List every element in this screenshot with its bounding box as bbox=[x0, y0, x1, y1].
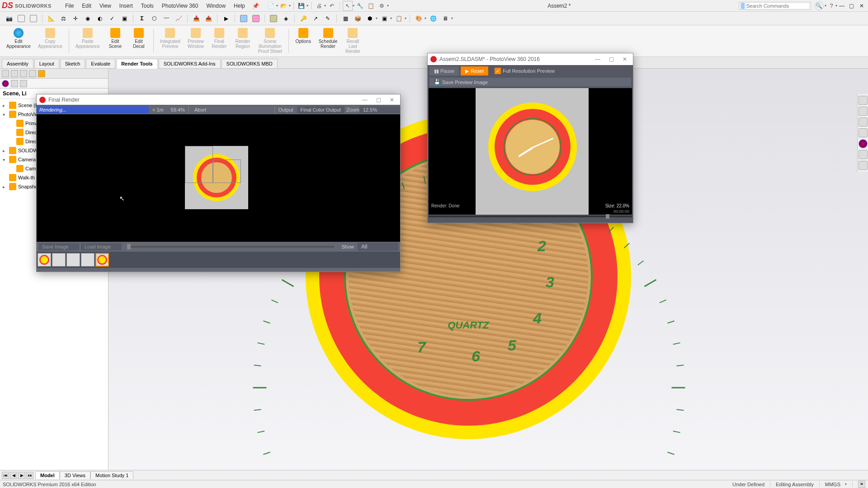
undo-button[interactable]: ↶ bbox=[327, 1, 337, 11]
tb2-display-icon[interactable]: 🖥 bbox=[440, 13, 451, 24]
tab-render-tools[interactable]: Render Tools bbox=[116, 59, 157, 69]
menu-window[interactable]: Window bbox=[203, 1, 229, 10]
tb2-scene-globe-icon[interactable]: 🌐 bbox=[428, 13, 439, 24]
tb2-view1-icon[interactable] bbox=[238, 13, 249, 24]
tb2-deviation-icon[interactable]: 📈 bbox=[173, 13, 184, 24]
tree-toggle-icon[interactable]: ▾ bbox=[3, 112, 7, 117]
tb2-equation-icon[interactable]: Σ bbox=[137, 13, 147, 24]
pin-icon[interactable]: 📌 bbox=[252, 3, 259, 9]
tb2-bom-icon[interactable]: 📋 bbox=[393, 13, 404, 24]
edit-scene-button[interactable]: Edit Scene bbox=[104, 27, 126, 55]
tb2-part-icon[interactable]: ⬢ bbox=[364, 13, 375, 24]
tb2-design-icon[interactable]: ⬡ bbox=[149, 13, 160, 24]
scene-decals-icon[interactable] bbox=[11, 80, 18, 87]
menu-help[interactable]: Help bbox=[230, 1, 249, 10]
tb2-appearance-icon[interactable]: 🎨 bbox=[413, 13, 424, 24]
nav-next-button[interactable]: ▶ bbox=[18, 472, 25, 479]
final-render-close-button[interactable]: ✕ bbox=[387, 95, 397, 104]
tb2-assembly-icon[interactable] bbox=[268, 13, 279, 24]
select-button[interactable]: ↖ bbox=[343, 1, 353, 11]
options-button2[interactable]: 📋 bbox=[366, 1, 376, 11]
compare-slider[interactable] bbox=[127, 246, 334, 248]
tab-solidworks-mbd[interactable]: SOLIDWORKS MBD bbox=[222, 59, 278, 68]
final-render-output-dropdown[interactable]: Final Color Output bbox=[297, 106, 344, 113]
edit-appearance-button[interactable]: Edit Appearance bbox=[4, 27, 33, 55]
menu-edit[interactable]: Edit bbox=[78, 1, 95, 10]
menu-view[interactable]: View bbox=[96, 1, 115, 10]
tb2-section-icon[interactable]: ✛ bbox=[70, 13, 81, 24]
menu-photoview360[interactable]: PhotoView 360 bbox=[158, 1, 202, 10]
schedule-render-button[interactable]: Schedule Render bbox=[316, 27, 340, 55]
tb2-view2-icon[interactable] bbox=[250, 13, 261, 24]
scene-scenes-icon[interactable] bbox=[20, 80, 27, 87]
nav-first-button[interactable]: ⏮ bbox=[2, 472, 9, 479]
status-flag-icon[interactable]: ⚑ bbox=[858, 481, 865, 488]
edit-decal-button[interactable]: Edit Decal bbox=[128, 27, 150, 55]
task-custom-icon[interactable] bbox=[859, 150, 868, 159]
tb2-curve-icon[interactable]: 〰 bbox=[161, 13, 172, 24]
nav-last-button[interactable]: ⏭ bbox=[26, 472, 33, 479]
photoview-zoom-slider[interactable] bbox=[429, 216, 632, 217]
panel-display-icon[interactable] bbox=[38, 70, 45, 77]
task-view-icon[interactable] bbox=[859, 128, 868, 137]
search-magnify-button[interactable]: 🔍 bbox=[815, 1, 824, 10]
photoview-save-preview-button[interactable]: 💾 Save Preview Image bbox=[429, 78, 631, 86]
tab-layout[interactable]: Layout bbox=[34, 59, 59, 68]
tb2-import-icon[interactable]: 📥 bbox=[191, 13, 202, 24]
help-button[interactable]: ? bbox=[826, 1, 836, 11]
tb2-tiles-icon[interactable]: ▦ bbox=[340, 13, 351, 24]
tb2-compare-icon[interactable] bbox=[28, 13, 39, 24]
tb2-exploded-icon[interactable]: ◈ bbox=[280, 13, 291, 24]
doc-tab-motion-study-1[interactable]: Motion Study 1 bbox=[90, 471, 133, 479]
open-document-button[interactable]: 📂 bbox=[279, 1, 289, 11]
tb2-geometry-icon[interactable]: ▣ bbox=[119, 13, 130, 24]
tb2-mass-icon[interactable]: ⚖ bbox=[58, 13, 69, 24]
tb2-edit-icon[interactable]: ✎ bbox=[322, 13, 333, 24]
photoview-close-button[interactable]: ✕ bbox=[619, 55, 630, 64]
render-thumb-3[interactable] bbox=[66, 253, 80, 267]
final-render-window[interactable]: Final Render — ▢ ✕ Rendering... < 1m 59.… bbox=[36, 94, 401, 272]
rebuild-button[interactable]: 🔧 bbox=[355, 1, 365, 11]
task-appearance-icon[interactable] bbox=[859, 139, 868, 148]
tab-evaluate[interactable]: Evaluate bbox=[86, 59, 115, 68]
final-render-abort-button[interactable]: Abort bbox=[189, 106, 212, 113]
photoview-maximize-button[interactable]: ▢ bbox=[606, 55, 617, 64]
task-explorer-icon[interactable] bbox=[859, 117, 868, 127]
panel-dimxpert-icon[interactable] bbox=[29, 70, 36, 77]
photoview-minimize-button[interactable]: — bbox=[592, 55, 603, 64]
panel-featuremanager-icon[interactable] bbox=[2, 70, 9, 77]
scene-appearances-icon[interactable] bbox=[2, 80, 9, 87]
maximize-button[interactable]: ▢ bbox=[847, 2, 856, 10]
print-button[interactable]: 🖨 bbox=[314, 1, 324, 11]
tb2-sensor-icon[interactable]: ◉ bbox=[82, 13, 93, 24]
task-library-icon[interactable] bbox=[859, 107, 868, 116]
render-thumb-2[interactable] bbox=[52, 253, 66, 267]
tab-sketch[interactable]: Sketch bbox=[60, 59, 85, 68]
doc-tab-model[interactable]: Model bbox=[35, 471, 60, 479]
tree-toggle-icon[interactable]: ▸ bbox=[3, 184, 7, 189]
tb2-measure-icon[interactable]: 📐 bbox=[46, 13, 57, 24]
render-thumb-1[interactable] bbox=[38, 253, 51, 267]
photoview-pause-button[interactable]: ▮▮ Pause bbox=[429, 66, 459, 75]
tree-toggle-icon[interactable]: ▸ bbox=[3, 103, 7, 108]
options-button[interactable]: Options bbox=[292, 27, 314, 55]
status-units[interactable]: MMGS bbox=[825, 482, 840, 487]
tab-assembly[interactable]: Assembly bbox=[2, 59, 33, 68]
save-image-button[interactable]: Save Image bbox=[38, 243, 79, 250]
nav-prev-button[interactable]: ◀ bbox=[10, 472, 17, 479]
load-image-button[interactable]: Load Image bbox=[81, 243, 122, 250]
new-document-button[interactable]: 📄 bbox=[266, 1, 276, 11]
tb2-arrow-icon[interactable]: ↗ bbox=[310, 13, 321, 24]
tb2-statistics-icon[interactable]: ◐ bbox=[94, 13, 105, 24]
tree-toggle-icon[interactable]: ▾ bbox=[3, 157, 7, 162]
menu-insert[interactable]: Insert bbox=[116, 1, 137, 10]
tb2-window-icon[interactable] bbox=[16, 13, 27, 24]
search-input[interactable] bbox=[746, 3, 809, 9]
photoview-window[interactable]: Assem2.SLDASM* - PhotoView 360 2016 — ▢ … bbox=[427, 53, 633, 223]
tab-solidworks-add-ins[interactable]: SOLIDWORKS Add-Ins bbox=[159, 59, 221, 68]
final-render-canvas[interactable]: ↖ bbox=[37, 114, 400, 242]
tb2-check-icon[interactable]: ✓ bbox=[107, 13, 118, 24]
task-forum-icon[interactable] bbox=[859, 161, 868, 170]
tb2-box-icon[interactable]: 📦 bbox=[352, 13, 363, 24]
show-dropdown[interactable]: All bbox=[358, 243, 398, 251]
